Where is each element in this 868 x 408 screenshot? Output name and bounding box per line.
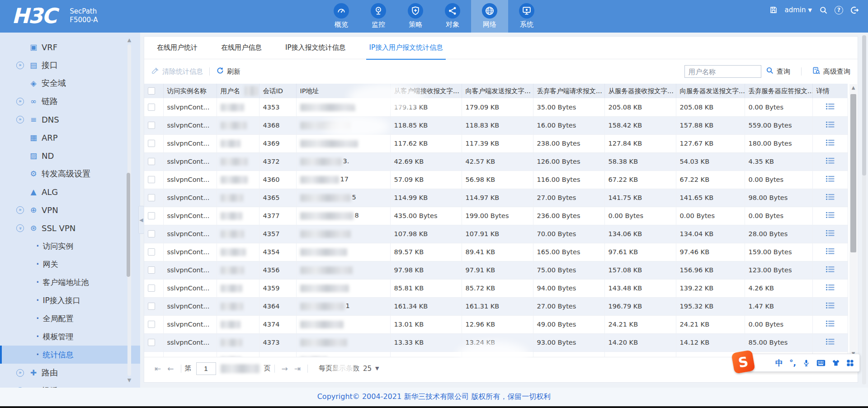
sidebar-item-interface[interactable]: »▤接口 bbox=[0, 56, 140, 74]
details-list-icon[interactable] bbox=[826, 212, 835, 220]
sidebar-item-dns[interactable]: »≡DNS bbox=[0, 110, 140, 128]
row-checkbox[interactable] bbox=[148, 104, 155, 111]
sidebar-item-security-zone[interactable]: ◈安全域 bbox=[0, 74, 140, 92]
query-button[interactable]: 查询 bbox=[766, 66, 790, 76]
cell-sent-client: 161.31 KB bbox=[462, 297, 533, 315]
details-list-icon[interactable] bbox=[826, 320, 835, 328]
cell-session-id: 4353 bbox=[259, 98, 296, 116]
prev-page-icon[interactable]: ← bbox=[167, 364, 174, 373]
details-list-icon[interactable] bbox=[826, 284, 835, 292]
table-scroll-thumb[interactable] bbox=[850, 94, 856, 252]
scroll-up-icon[interactable]: ▲ bbox=[849, 84, 857, 91]
cell-instance: sslvpnCont... bbox=[163, 333, 217, 351]
sidebar-scroll-thumb[interactable] bbox=[127, 173, 130, 277]
sidebar-item-forwarding-settings[interactable]: ⚙转发高级设置 bbox=[0, 165, 140, 183]
first-page-icon[interactable]: ⇤ bbox=[155, 364, 161, 373]
details-list-icon[interactable] bbox=[826, 230, 835, 238]
sogou-logo-icon[interactable]: S bbox=[731, 350, 755, 374]
skin-shirt-icon[interactable] bbox=[832, 359, 840, 366]
last-page-icon[interactable]: ⇥ bbox=[294, 364, 301, 373]
nav-item-system[interactable]: 系统 bbox=[508, 0, 545, 33]
next-page-icon[interactable]: → bbox=[282, 364, 288, 373]
sidebar-item-alg[interactable]: ▲ALG bbox=[0, 183, 140, 201]
tab-2[interactable]: IP接入报文统计信息 bbox=[285, 37, 345, 59]
sidebar-item-global-config[interactable]: ·全局配置 bbox=[0, 309, 140, 327]
nav-item-policy[interactable]: 策略 bbox=[397, 0, 434, 33]
expand-chevron-icon[interactable]: » bbox=[16, 206, 24, 214]
username-search-input[interactable] bbox=[684, 65, 761, 78]
microphone-icon[interactable] bbox=[802, 359, 810, 367]
clear-statistics-button[interactable]: 清除统计信息 bbox=[151, 66, 203, 76]
save-icon[interactable] bbox=[769, 5, 778, 14]
logout-icon[interactable] bbox=[850, 5, 859, 14]
row-checkbox[interactable] bbox=[148, 176, 155, 183]
scroll-up-icon[interactable]: ▲ bbox=[127, 37, 132, 43]
tab-1[interactable]: 在线用户信息 bbox=[221, 37, 262, 59]
scroll-down-icon[interactable]: ▼ bbox=[127, 377, 132, 383]
page-scroll-thumb[interactable] bbox=[862, 35, 866, 176]
expand-chevron-icon[interactable]: » bbox=[16, 369, 24, 377]
details-list-icon[interactable] bbox=[826, 121, 835, 129]
sidebar-item-client-address-pool[interactable]: ·客户端地址池 bbox=[0, 273, 140, 291]
refresh-button[interactable]: 刷新 bbox=[216, 66, 241, 76]
row-checkbox[interactable] bbox=[148, 339, 155, 346]
sidebar-item-ssl-vpn[interactable]: »⊛SSL VPN bbox=[0, 219, 140, 237]
expand-chevron-icon[interactable]: » bbox=[16, 116, 24, 123]
advanced-query-button[interactable]: 高级查询 bbox=[812, 66, 850, 76]
sidebar-item-vrf[interactable]: ▣VRF bbox=[0, 38, 140, 56]
keyboard-icon[interactable] bbox=[816, 360, 826, 366]
details-list-icon[interactable] bbox=[826, 194, 835, 202]
page-number-input[interactable] bbox=[196, 362, 216, 375]
search-icon[interactable] bbox=[819, 5, 828, 14]
row-checkbox[interactable] bbox=[148, 212, 155, 219]
sidebar-item-arp[interactable]: ▦ARP bbox=[0, 128, 140, 147]
toolbox-grid-icon[interactable] bbox=[846, 359, 854, 367]
details-list-icon[interactable] bbox=[826, 266, 835, 274]
details-list-icon[interactable] bbox=[826, 176, 835, 184]
help-icon[interactable]: ? bbox=[835, 6, 843, 14]
sidebar-item-template-management[interactable]: ·模板管理 bbox=[0, 327, 140, 346]
row-checkbox[interactable] bbox=[148, 248, 155, 256]
row-checkbox[interactable] bbox=[148, 303, 155, 310]
sidebar-item-nd[interactable]: ▨ND bbox=[0, 147, 140, 165]
details-list-icon[interactable] bbox=[826, 139, 835, 147]
sidebar-item-routing[interactable]: »✚路由 bbox=[0, 364, 140, 382]
sidebar-item-access-instance[interactable]: ·访问实例 bbox=[0, 237, 140, 255]
sidebar-item-multicast[interactable]: »✱组播 bbox=[0, 382, 140, 388]
details-list-icon[interactable] bbox=[826, 338, 835, 346]
row-checkbox[interactable] bbox=[148, 158, 155, 165]
nav-item-objects[interactable]: 对象 bbox=[434, 0, 471, 33]
nav-item-monitoring[interactable]: 监控 bbox=[360, 0, 397, 33]
per-page-selector[interactable]: 每页显示条数 25 ▼ bbox=[319, 364, 379, 373]
details-list-icon[interactable] bbox=[826, 157, 835, 166]
sidebar-item-vpn[interactable]: »⊕VPN bbox=[0, 201, 140, 219]
sidebar-item-gateway[interactable]: ·网关 bbox=[0, 255, 140, 273]
tab-3[interactable]: IP接入用户报文统计信息 bbox=[369, 37, 443, 59]
magnifier-icon bbox=[766, 66, 774, 76]
nav-item-network[interactable]: 网络 bbox=[471, 0, 508, 33]
ime-punctuation[interactable]: °, bbox=[789, 358, 796, 367]
sidebar-item-ip-access-interface[interactable]: ·IP接入接口 bbox=[0, 291, 140, 309]
row-checkbox[interactable] bbox=[148, 266, 155, 274]
cell-drop-client: 116.00 Bytes bbox=[533, 171, 604, 189]
row-checkbox[interactable] bbox=[148, 140, 155, 147]
user-menu[interactable]: admin ▼ bbox=[785, 6, 812, 14]
row-checkbox[interactable] bbox=[148, 285, 155, 292]
sidebar-item-link[interactable]: »∞链路 bbox=[0, 92, 140, 110]
expand-chevron-icon[interactable]: » bbox=[16, 62, 24, 69]
select-all-checkbox[interactable] bbox=[148, 87, 155, 95]
row-checkbox[interactable] bbox=[148, 230, 155, 237]
expand-chevron-icon[interactable]: » bbox=[16, 98, 24, 105]
expand-chevron-icon[interactable]: » bbox=[16, 224, 24, 232]
row-checkbox[interactable] bbox=[148, 122, 155, 129]
details-list-icon[interactable] bbox=[826, 302, 835, 310]
ime-mode-chinese[interactable]: 中 bbox=[775, 358, 783, 368]
advanced-search-icon bbox=[812, 66, 821, 76]
sidebar-item-statistics[interactable]: ·统计信息 bbox=[0, 346, 140, 364]
tab-0[interactable]: 在线用户统计 bbox=[157, 37, 198, 59]
row-checkbox[interactable] bbox=[148, 321, 155, 328]
nav-item-overview[interactable]: 概览 bbox=[323, 0, 360, 33]
row-checkbox[interactable] bbox=[148, 194, 155, 201]
details-list-icon[interactable] bbox=[826, 248, 835, 256]
details-list-icon[interactable] bbox=[826, 103, 835, 111]
